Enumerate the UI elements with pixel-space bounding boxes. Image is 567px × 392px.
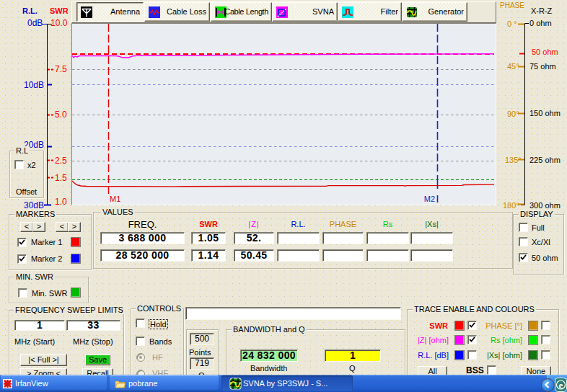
svg-text:M1: M1 xyxy=(110,195,120,203)
svg-text:M2: M2 xyxy=(424,195,435,203)
svg-text:e: e xyxy=(559,380,563,391)
